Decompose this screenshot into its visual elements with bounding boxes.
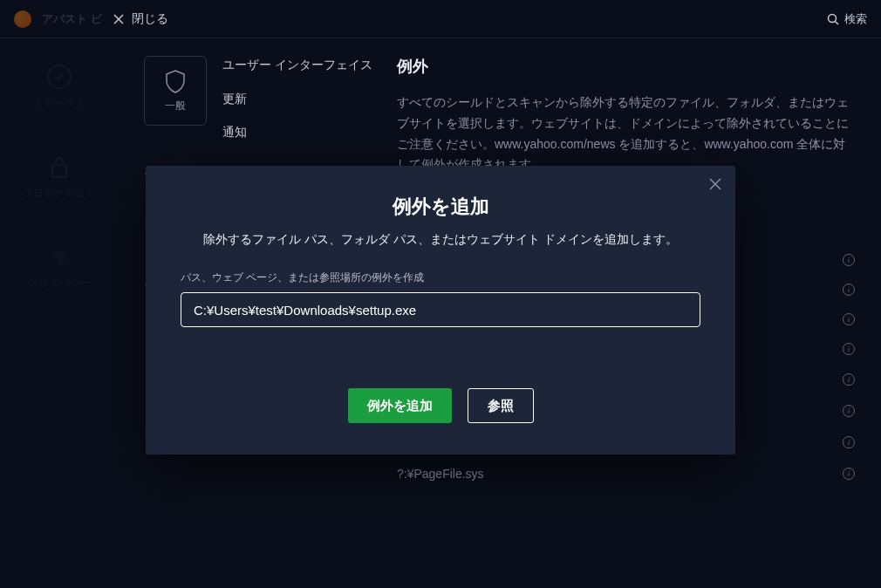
add-exception-modal: 例外を追加 除外するファイル パス、フォルダ パス、またはウェブサイト ドメイン…	[146, 166, 735, 455]
modal-overlay: 例外を追加 除外するファイル パス、フォルダ パス、またはウェブサイト ドメイン…	[0, 0, 881, 588]
close-icon	[709, 178, 721, 190]
modal-title: 例外を追加	[181, 194, 700, 220]
add-exception-button[interactable]: 例外を追加	[348, 388, 452, 423]
modal-close-button[interactable]	[709, 178, 721, 190]
browse-button[interactable]: 参照	[468, 388, 534, 423]
input-label: パス、ウェブ ページ、または参照場所の例外を作成	[181, 270, 700, 285]
modal-actions: 例外を追加 参照	[181, 388, 700, 423]
exception-path-input[interactable]	[181, 292, 700, 327]
modal-description: 除外するファイル パス、フォルダ パス、またはウェブサイト ドメインを追加します…	[181, 232, 700, 248]
